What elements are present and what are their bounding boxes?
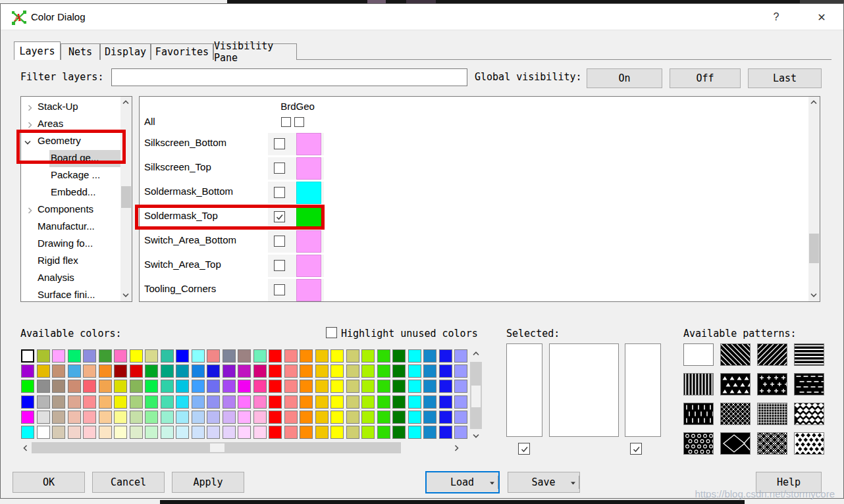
palette-color[interactable] (408, 349, 421, 363)
palette-color[interactable] (346, 411, 359, 424)
palette-color[interactable] (130, 349, 143, 363)
scroll-up-icon[interactable] (122, 99, 130, 107)
highlight-unused-colors-checkbox[interactable] (326, 327, 337, 338)
palette-color[interactable] (223, 426, 236, 439)
palette-color[interactable] (423, 365, 436, 378)
palette-color[interactable] (253, 395, 267, 409)
palette-color[interactable] (161, 365, 174, 378)
tree-item-board-ge[interactable]: Board ge... (21, 150, 120, 167)
tree-item-stack-up[interactable]: Stack-Up (21, 99, 120, 116)
layer-color-swatch[interactable] (296, 182, 321, 204)
palette-color[interactable] (454, 426, 467, 439)
palette-color[interactable] (238, 349, 251, 363)
global-visibility-off-button[interactable]: Off (670, 68, 741, 88)
palette-color[interactable] (454, 380, 467, 393)
tree-item-surface-fini[interactable]: Surface fini... (21, 287, 120, 301)
palette-color[interactable] (300, 395, 313, 409)
palette-color[interactable] (253, 365, 267, 378)
layer-visibility-checkbox[interactable] (274, 211, 285, 222)
palette-color[interactable] (423, 426, 436, 439)
palette-color[interactable] (284, 395, 298, 409)
pattern-swatch-diamond-outline[interactable] (720, 432, 751, 455)
pattern-swatch-horizontal-dashes[interactable] (794, 373, 824, 395)
tree-expand-icon[interactable] (26, 207, 34, 214)
palette-color[interactable] (284, 426, 298, 439)
palette-color[interactable] (346, 395, 359, 409)
palette-color[interactable] (52, 426, 65, 439)
palette-vertical-scrollbar[interactable] (470, 349, 482, 442)
palette-color[interactable] (284, 349, 298, 363)
layer-color-swatch[interactable] (296, 206, 321, 228)
palette-color[interactable] (145, 411, 158, 424)
palette-color[interactable] (300, 380, 313, 393)
group-visibility-all-checkbox[interactable] (281, 117, 291, 127)
palette-color[interactable] (21, 349, 34, 363)
close-button[interactable]: ✕ (802, 4, 841, 30)
tree-scrollbar-thumb[interactable] (121, 186, 131, 208)
pattern-swatch-horizontal-lines[interactable] (794, 343, 824, 366)
palette-color[interactable] (330, 365, 344, 378)
palette-color[interactable] (315, 426, 329, 439)
load-button-label[interactable]: Load (427, 476, 498, 488)
palette-color[interactable] (207, 395, 220, 409)
palette-color[interactable] (392, 395, 406, 409)
global-visibility-on-button[interactable]: On (587, 68, 662, 88)
palette-color[interactable] (269, 365, 282, 378)
palette-color[interactable] (192, 349, 205, 363)
palette-color[interactable] (346, 380, 359, 393)
pattern-swatch-double-crosshatch[interactable] (757, 432, 787, 455)
palette-color[interactable] (52, 349, 65, 363)
palette-color[interactable] (223, 380, 236, 393)
palette-color[interactable] (176, 365, 189, 378)
layer-color-swatch[interactable] (296, 157, 321, 180)
global-visibility-last-button[interactable]: Last (748, 68, 822, 88)
palette-color[interactable] (238, 365, 251, 378)
palette-color[interactable] (192, 365, 205, 378)
palette-color[interactable] (99, 380, 112, 393)
tree-item-embedd[interactable]: Embedd... (21, 184, 120, 201)
palette-color[interactable] (284, 411, 298, 424)
palette-color[interactable] (176, 380, 189, 393)
palette-color[interactable] (300, 349, 313, 363)
palette-color[interactable] (83, 411, 96, 424)
pattern-swatch-grid-mesh[interactable] (757, 403, 787, 425)
pattern-swatch-circles[interactable] (683, 432, 714, 455)
palette-color[interactable] (284, 365, 298, 378)
layer-color-swatch[interactable] (296, 255, 321, 277)
palette-color[interactable] (408, 411, 421, 424)
tab-visibility-pane[interactable]: Visibility Pane (213, 43, 297, 60)
scroll-up-icon[interactable] (472, 350, 480, 358)
palette-color[interactable] (238, 395, 251, 409)
palette-color[interactable] (161, 349, 174, 363)
palette-color[interactable] (192, 395, 205, 409)
palette-color[interactable] (253, 380, 267, 393)
palette-color[interactable] (439, 411, 452, 424)
palette-color[interactable] (68, 411, 81, 424)
palette-color[interactable] (392, 411, 406, 424)
palette-color[interactable] (284, 380, 298, 393)
palette-color[interactable] (99, 411, 112, 424)
palette-color[interactable] (423, 395, 436, 409)
palette-color[interactable] (330, 349, 344, 363)
palette-color[interactable] (269, 349, 282, 363)
palette-color[interactable] (238, 426, 251, 439)
palette-color[interactable] (223, 349, 236, 363)
palette-color[interactable] (439, 426, 452, 439)
palette-color[interactable] (454, 365, 467, 378)
palette-color[interactable] (161, 380, 174, 393)
palette-color[interactable] (377, 395, 390, 409)
palette-color[interactable] (223, 411, 236, 424)
palette-color[interactable] (114, 395, 127, 409)
save-button-label[interactable]: Save (508, 476, 579, 488)
pattern-swatch-vertical-dashes[interactable] (683, 403, 714, 425)
palette-color[interactable] (439, 380, 452, 393)
scroll-down-icon[interactable] (810, 291, 818, 299)
palette-color[interactable] (207, 380, 220, 393)
palette-color[interactable] (176, 349, 189, 363)
palette-color[interactable] (83, 365, 96, 378)
palette-color[interactable] (145, 349, 158, 363)
palette-color[interactable] (315, 411, 329, 424)
tree-expand-icon[interactable] (26, 104, 34, 112)
palette-color[interactable] (130, 395, 143, 409)
cancel-button[interactable]: Cancel (92, 472, 165, 493)
